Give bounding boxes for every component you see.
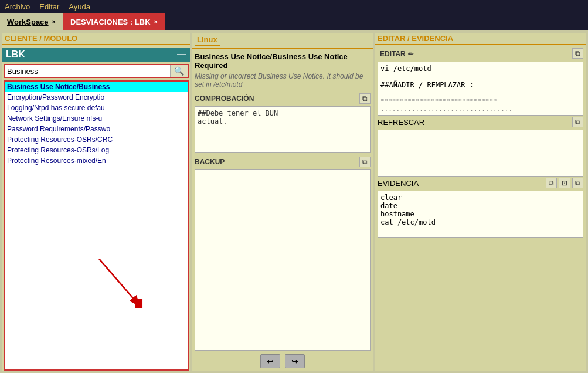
editar-line3: ##AÑADIR / REMPLAZAR : xyxy=(380,81,580,89)
tab-desviaciones-close[interactable]: × xyxy=(154,18,158,25)
menubar: Archivo Editar Ayuda xyxy=(0,0,588,13)
tabbar: WorkSpace × DESVIACIONES : LBK × xyxy=(0,13,588,30)
editar-line4 xyxy=(380,89,580,97)
comprobacion-text: ##Debe tener el BUN actual. xyxy=(198,109,368,126)
edit-pencil-icon[interactable]: ✏ xyxy=(408,50,413,58)
editar-stars: ****************************** xyxy=(380,97,580,105)
tab-workspace-close[interactable]: × xyxy=(52,18,56,25)
editar-section-row: EDITAR ✏ ⧉ xyxy=(375,48,586,60)
menu-archivo[interactable]: Archivo xyxy=(5,2,30,11)
evidencia-section-row: EVIDENCIA ⧉ ⊡ ⧉ xyxy=(375,178,586,189)
evidencia-line2: date xyxy=(380,202,580,210)
list-item[interactable]: Logging/Ntpd has secure defau xyxy=(5,103,188,113)
list-item[interactable]: Protecting Resources-OSRs/CRC xyxy=(5,134,188,145)
backup-expand-button[interactable]: ⧉ xyxy=(359,157,371,167)
evidencia-line4: cat /etc/motd xyxy=(380,218,580,226)
refrescar-content xyxy=(378,130,583,177)
mid-title: Business Use Notice/Business Use Notice … xyxy=(192,51,373,72)
editar-line2 xyxy=(380,73,580,81)
comprobacion-section: COMPROBACIÓN ⧉ xyxy=(192,91,373,105)
evidencia-line1: clear xyxy=(380,194,580,202)
evidencia-crop-button[interactable]: ⊡ xyxy=(559,178,570,188)
list-item[interactable]: Protecting Resources-OSRs/Log xyxy=(5,145,188,155)
evidencia-line3: hostname xyxy=(380,210,580,218)
lbk-titlebar: LBK — xyxy=(2,48,190,62)
list-item[interactable]: Protecting Resources-mixed/En xyxy=(5,155,188,166)
right-column: EDITAR / EVIDENCIA EDITAR ✏ ⧉ vi /etc/mo… xyxy=(375,33,586,371)
tab-desviaciones-label: DESVIACIONES : LBK xyxy=(70,18,151,26)
item-list: Business Use Notice/Business Encryption/… xyxy=(4,80,189,371)
forward-button[interactable]: ↪ xyxy=(285,354,305,368)
mid-subtitle: Missing or Incorrect Business Use Notice… xyxy=(192,72,373,91)
editar-expand-button[interactable]: ⧉ xyxy=(572,48,583,59)
list-item[interactable]: Encryption/Password Encryptio xyxy=(5,92,188,103)
search-button[interactable]: 🔍 xyxy=(170,65,188,77)
menu-ayuda[interactable]: Ayuda xyxy=(69,2,90,11)
lbk-title: LBK xyxy=(6,49,25,60)
left-column: CLIENTE / MODULO LBK — 🔍 Business Use No… xyxy=(2,33,190,371)
mid-column: Linux Business Use Notice/Business Use N… xyxy=(192,33,373,371)
list-item[interactable]: Password Requirements/Passwo xyxy=(5,124,188,134)
refrescar-section-row: REFRESCAR ⧉ xyxy=(375,117,586,128)
editar-label-row: EDITAR ✏ xyxy=(378,48,416,59)
comprobacion-expand-button[interactable]: ⧉ xyxy=(359,93,371,104)
evidencia-export-button[interactable]: ⧉ xyxy=(572,178,583,188)
refrescar-label: REFRESCAR xyxy=(378,118,424,127)
evidencia-content: clear date hostname cat /etc/motd xyxy=(378,191,583,238)
backup-content xyxy=(195,169,371,351)
evidencia-label: EVIDENCIA xyxy=(378,179,419,188)
menu-editar[interactable]: Editar xyxy=(39,2,59,11)
editar-label: EDITAR xyxy=(380,50,406,58)
left-column-header: CLIENTE / MODULO xyxy=(2,33,190,45)
tab-desviaciones[interactable]: DESVIACIONES : LBK × xyxy=(63,13,165,30)
search-input[interactable] xyxy=(5,66,170,77)
svg-line-1 xyxy=(99,259,139,305)
linux-badge: Linux xyxy=(195,34,220,46)
back-button[interactable]: ↩ xyxy=(260,354,280,368)
backup-section: BACKUP ⧉ xyxy=(192,154,373,168)
comprobacion-label: COMPROBACIÓN xyxy=(195,94,254,103)
evidencia-copy-button[interactable]: ⧉ xyxy=(546,178,557,188)
lbk-minimize-button[interactable]: — xyxy=(177,49,186,60)
list-item[interactable]: Network Settings/Ensure nfs-u xyxy=(5,113,188,124)
editar-content: vi /etc/motd ##AÑADIR / REMPLAZAR : ****… xyxy=(378,62,583,116)
evidencia-buttons: ⧉ ⊡ ⧉ xyxy=(546,178,583,188)
tab-workspace[interactable]: WorkSpace × xyxy=(0,13,63,30)
search-box: 🔍 xyxy=(4,64,189,78)
list-item[interactable]: Business Use Notice/Business xyxy=(5,82,188,92)
main-area: CLIENTE / MODULO LBK — 🔍 Business Use No… xyxy=(0,30,588,373)
nav-buttons: ↩ ↪ xyxy=(192,352,373,371)
editar-line1: vi /etc/motd xyxy=(380,65,580,73)
editar-dots: .................................. xyxy=(380,105,580,113)
tab-workspace-label: WorkSpace xyxy=(7,18,49,26)
refrescar-expand-button[interactable]: ⧉ xyxy=(572,117,583,127)
svg-rect-2 xyxy=(135,299,142,308)
right-column-header: EDITAR / EVIDENCIA xyxy=(375,33,586,45)
backup-label: BACKUP xyxy=(195,158,225,166)
comprobacion-content: ##Debe tener el BUN actual. xyxy=(195,106,371,153)
